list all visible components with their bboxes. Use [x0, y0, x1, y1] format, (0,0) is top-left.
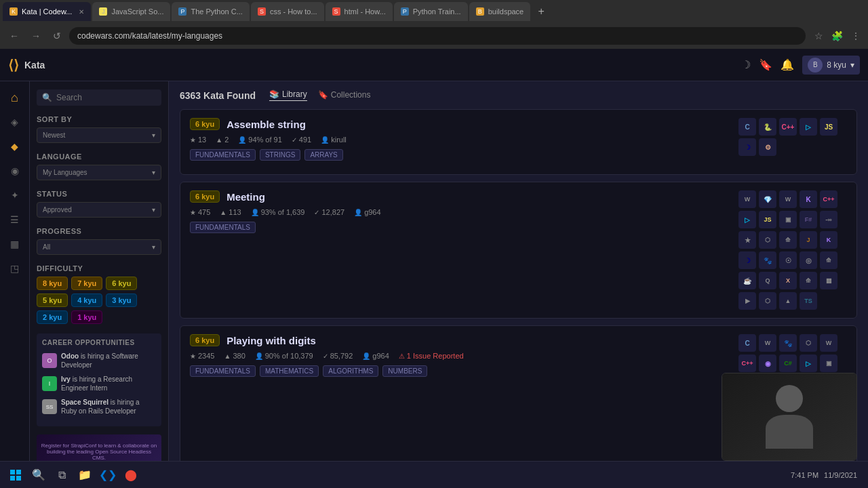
- tab-bs[interactable]: B buildspace: [469, 2, 531, 21]
- lang-c[interactable]: C: [738, 334, 756, 352]
- kata-tag[interactable]: FUNDAMENTALS: [190, 365, 256, 377]
- lang-hs[interactable]: F#: [800, 211, 817, 228]
- lang-w2[interactable]: W: [820, 334, 837, 352]
- start-btn[interactable]: [5, 465, 26, 485]
- lang-ex[interactable]: ⟰: [779, 231, 797, 249]
- career-item-ivy[interactable]: I Ivy is hiring a Research Engineer Inte…: [42, 375, 156, 392]
- lang-rs[interactable]: ⚙: [759, 138, 776, 156]
- lang-lua2[interactable]: ☽: [738, 251, 756, 269]
- sidebar-home-icon[interactable]: ⌂: [4, 87, 26, 108]
- lang-star[interactable]: ★: [738, 231, 756, 249]
- lang-cpp[interactable]: C++: [779, 118, 797, 136]
- new-tab-btn[interactable]: +: [532, 2, 551, 21]
- user-badge[interactable]: B 8 kyu ▾: [802, 56, 860, 75]
- kata-tag[interactable]: FUNDAMENTALS: [190, 149, 256, 161]
- lang-cl[interactable]: ⬡: [800, 334, 817, 352]
- status-select[interactable]: Approved ▾: [37, 202, 161, 218]
- lang-x1[interactable]: ▣: [779, 211, 797, 228]
- lang-kotlin[interactable]: K: [820, 231, 837, 249]
- sidebar-dashboard-icon[interactable]: ◈: [4, 111, 26, 133]
- active-tab[interactable]: K Kata | Codew... ✕: [3, 2, 91, 21]
- lang-kt[interactable]: ◉: [759, 354, 776, 372]
- lang-ag[interactable]: ⟰: [800, 272, 817, 289]
- diff-7-badge[interactable]: 7 kyu: [71, 277, 102, 290]
- kata-tag[interactable]: ARRAYS: [304, 149, 342, 161]
- lang-go[interactable]: ▷: [800, 354, 817, 372]
- kata-tag[interactable]: NUMBERS: [382, 365, 427, 377]
- career-item-odoo[interactable]: O Odoo is hiring a Software Developer: [42, 352, 156, 369]
- kata-tag[interactable]: ALGORITHMS: [323, 365, 378, 377]
- lang-js[interactable]: JS: [820, 118, 837, 136]
- lang-w1[interactable]: W: [759, 334, 776, 352]
- library-tab[interactable]: 📚 Library: [269, 89, 307, 101]
- lang-lua[interactable]: ☽: [738, 138, 756, 156]
- lang-sun[interactable]: ☉: [779, 251, 797, 269]
- language-select[interactable]: My Languages ▾: [37, 165, 161, 180]
- sidebar-docs-icon[interactable]: ☰: [4, 209, 26, 230]
- tab-close-btn[interactable]: ✕: [76, 8, 84, 16]
- lang-rb[interactable]: 💎: [759, 190, 776, 208]
- lang-py[interactable]: 🐾: [779, 334, 797, 352]
- lang-clj[interactable]: ⬡: [759, 231, 776, 249]
- lang-cl[interactable]: ⬡: [759, 292, 776, 310]
- lang-cs[interactable]: C#: [779, 354, 797, 372]
- diff-5-badge[interactable]: 5 kyu: [37, 293, 68, 307]
- tab-so1[interactable]: S css - How to...: [251, 2, 324, 21]
- moon-icon[interactable]: ☽: [741, 58, 751, 71]
- taskbar-task-view-icon[interactable]: ⧉: [52, 465, 72, 485]
- kata-title[interactable]: Assemble string: [226, 119, 306, 130]
- search-input[interactable]: [56, 93, 158, 102]
- sidebar-kata-icon[interactable]: ◆: [4, 136, 26, 157]
- lang-py[interactable]: 🐍: [759, 118, 776, 136]
- tab-js1[interactable]: J JavaScript So...: [92, 2, 170, 21]
- diff-8-badge[interactable]: 8 kyu: [37, 277, 68, 290]
- progress-select[interactable]: All ▾: [37, 239, 161, 255]
- sidebar-community-icon[interactable]: ◉: [4, 160, 26, 182]
- lang-kt[interactable]: K: [800, 190, 817, 208]
- taskbar-chrome-icon[interactable]: ⬤: [121, 465, 141, 485]
- lang-k[interactable]: ▦: [820, 272, 837, 289]
- collections-tab[interactable]: 🔖 Collections: [318, 90, 371, 101]
- lang-coffee[interactable]: ☕: [738, 272, 756, 289]
- lang-go[interactable]: ▷: [738, 211, 756, 228]
- lang-rs2[interactable]: X: [779, 272, 797, 289]
- lang-pl[interactable]: ▶: [738, 292, 756, 310]
- lang-c[interactable]: C: [738, 118, 756, 136]
- lang-cpp[interactable]: C++: [738, 354, 756, 372]
- tab-hs[interactable]: S html - How...: [326, 2, 393, 21]
- lang-c2[interactable]: ◎: [800, 251, 817, 269]
- taskbar-explorer-icon[interactable]: 📁: [75, 465, 95, 485]
- lang-ts[interactable]: TS: [800, 292, 817, 310]
- extensions-icon[interactable]: 🧩: [829, 28, 845, 43]
- diff-6-badge[interactable]: 6 kyu: [106, 277, 137, 290]
- taskbar-vscode-icon[interactable]: ❮❯: [98, 465, 118, 485]
- kata-title[interactable]: Playing with digits: [226, 335, 316, 346]
- menu-icon[interactable]: ⋮: [849, 28, 863, 43]
- lang-inf[interactable]: -∞: [820, 211, 837, 228]
- sidebar-leaderboard-icon[interactable]: ▦: [4, 233, 26, 255]
- diff-4-badge[interactable]: 4 kyu: [71, 293, 102, 307]
- lang-q[interactable]: Q: [759, 272, 776, 289]
- kata-tag[interactable]: MATHEMATICS: [260, 365, 319, 377]
- career-item-squirrel[interactable]: SS Space Squirrel is hiring a Ruby on Ra…: [42, 398, 156, 415]
- lang-cpp[interactable]: C++: [820, 190, 837, 208]
- bookmark-star-icon[interactable]: ☆: [812, 28, 825, 43]
- lang-paw[interactable]: 🐾: [759, 251, 776, 269]
- kata-tag[interactable]: FUNDAMENTALS: [190, 222, 256, 233]
- kata-tag[interactable]: STRINGS: [260, 149, 300, 161]
- lang-x[interactable]: ▣: [820, 354, 837, 372]
- tab-py[interactable]: P The Python C...: [172, 2, 249, 21]
- lang-up[interactable]: ⟰: [820, 251, 837, 269]
- lang-js[interactable]: JS: [759, 211, 776, 228]
- tab-pt[interactable]: P Python Train...: [394, 2, 468, 21]
- lang-w2[interactable]: W: [779, 190, 797, 208]
- forward-btn[interactable]: →: [27, 28, 45, 44]
- reload-btn[interactable]: ↺: [49, 28, 65, 44]
- diff-3-badge[interactable]: 3 kyu: [106, 293, 137, 307]
- sidebar-feed-icon[interactable]: ◳: [4, 258, 26, 279]
- lang-tri[interactable]: ▲: [779, 292, 797, 310]
- kata-title[interactable]: Meeting: [226, 191, 265, 203]
- taskbar-search-icon[interactable]: 🔍: [28, 465, 49, 485]
- address-bar[interactable]: codewars.com/kata/latest/my-languages: [69, 27, 806, 45]
- sort-by-select[interactable]: Newest ▾: [37, 127, 161, 143]
